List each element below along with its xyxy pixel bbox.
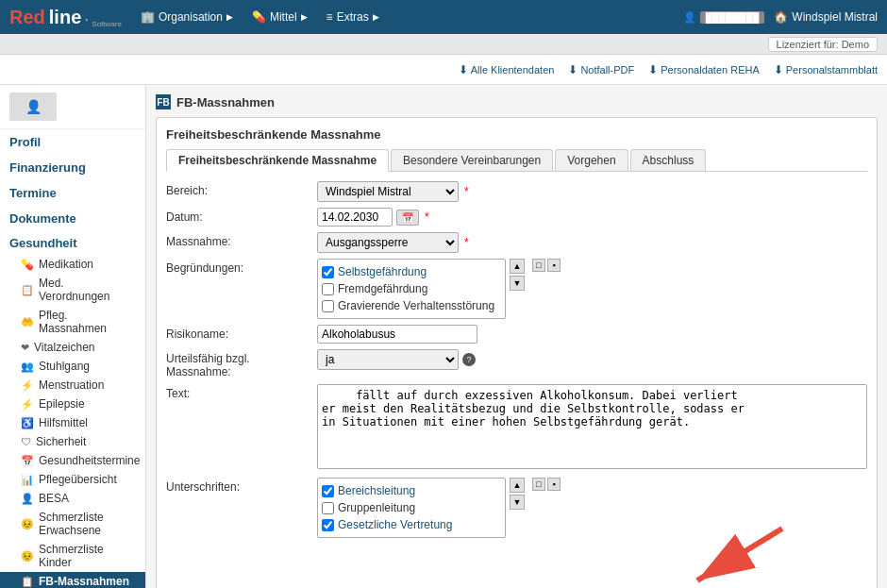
tab-bar: Freiheitsbeschränkende Massnahme Besonde… [166,149,867,172]
pflegeuebersicht-icon: 📊 [21,474,34,486]
begruendung-selbst-label[interactable]: Selbstgefährdung [338,265,427,278]
help-icon[interactable]: ? [462,353,476,366]
unterschrift-gruppenleitung-check[interactable] [322,502,334,514]
pfleg-massnahmen-icon: 🤲 [21,316,34,328]
sidebar-item-sicherheit[interactable]: 🛡 Sicherheit [0,432,145,451]
user-label: ████████ [700,11,765,24]
unterschrift-gesetzliche-vertretung-label[interactable]: Gesetzliche Vertretung [338,518,452,531]
unterschrift-gesetzliche-vertretung: Gesetzliche Vertretung [322,516,501,533]
action-personaldaten-reha[interactable]: ⬇ Personaldaten REHA [648,63,760,76]
sidebar-item-besa[interactable]: 👤 BESA [0,489,145,508]
sidebar-item-schmerzliste-kinder[interactable]: 😣 Schmerzliste Kinder [0,540,145,572]
unterschriften-expand[interactable]: □ [532,478,545,491]
sidebar: 👤 Profil Finanzierung Termine Dokumente … [0,85,146,588]
begruendung-selbst-check[interactable] [322,266,334,278]
massnahme-select-group: Ausgangssperre * [317,232,867,253]
bereich-control: Windspiel Mistral * [317,181,867,202]
tab-vorgehen[interactable]: Vorgehen [555,149,628,171]
sidebar-item-pflegeuebersicht[interactable]: 📊 Pflegeübersicht [0,470,145,489]
datum-required: * [425,210,429,224]
sidebar-avatar: 👤 [0,85,145,129]
text-textarea[interactable]: fällt auf durch exzessiven Alkoholkonsum… [317,384,867,469]
sidebar-item-gesundheit[interactable]: Gesundheit [0,231,145,255]
bereich-select[interactable]: Windspiel Mistral [317,181,459,202]
datum-input[interactable] [317,208,393,227]
sidebar-label-hilfsmittel: Hilfsmittel [39,416,88,429]
sidebar-item-finanzierung[interactable]: Finanzierung [0,155,145,180]
scroll-up-button[interactable]: ▲ [510,259,525,274]
tab-besondere-vereinbarungen[interactable]: Besondere Vereinbarungen [391,149,553,171]
calendar-button[interactable]: 📅 [396,210,419,226]
begruendung-fremd-label[interactable]: Fremdgefährdung [338,282,427,295]
begruendung-gravierende-check[interactable] [322,300,334,312]
logo-red: Red [9,7,45,28]
sidebar-label-sicherheit: Sicherheit [36,435,86,448]
mittel-icon: 💊 [252,10,266,24]
form-panel: Freiheitsbeschränkende Massnahme Freihei… [156,117,878,588]
sidebar-label-medikation: Medikation [39,258,93,271]
sidebar-item-gesundheitstermine[interactable]: 📅 Gesundheitstermine [0,451,145,470]
massnahme-required: * [464,236,469,249]
action-bar: ⬇ Alle Klientendaten ⬇ Notfall-PDF ⬇ Per… [0,55,887,85]
collapse-button[interactable]: ▪ [547,259,561,272]
urteilsfaehig-select[interactable]: ja nein [317,349,459,370]
sidebar-item-profil[interactable]: Profil [0,129,145,155]
nav-mittel[interactable]: 💊 Mittel ▶ [252,10,308,24]
action-alle-klientendaten[interactable]: ⬇ Alle Klientendaten [459,63,555,76]
tab-freiheitsbeschraenkende[interactable]: Freiheitsbeschränkende Massnahme [166,149,389,172]
app-logo: Redline. Software [9,7,122,28]
sidebar-item-stuhlgang[interactable]: 👥 Stuhlgang [0,357,145,376]
nav-windspiel[interactable]: 🏠 Windspiel Mistral [774,10,878,24]
massnahme-select[interactable]: Ausgangssperre [317,232,459,253]
license-badge: Lizenziert für: Demo [768,37,878,52]
begruendung-fremd-check[interactable] [322,283,334,295]
scroll-down-button[interactable]: ▼ [510,276,525,291]
risikoname-input[interactable] [317,325,477,344]
action-notfall-pdf[interactable]: ⬇ Notfall-PDF [568,63,634,76]
sidebar-item-termine[interactable]: Termine [0,180,145,206]
sidebar-item-hilfsmittel[interactable]: ♿ Hilfsmittel [0,413,145,432]
nav-extras[interactable]: ≡ Extras ▶ [326,10,379,24]
sidebar-item-dokumente[interactable]: Dokumente [0,206,145,231]
sidebar-item-schmerzliste-erwachsene[interactable]: 😣 Schmerzliste Erwachsene [0,508,145,540]
datum-control: 📅 * [317,208,867,227]
sidebar-label-vitalzeichen: Vitalzeichen [34,341,95,354]
nav-organisation-label: Organisation [159,10,223,24]
urteilsfaehig-control: ja nein ? [317,349,867,370]
content-area: FB FB-Massnahmen Freiheitsbeschränkende … [146,85,887,588]
unterschrift-gesetzliche-vertretung-check[interactable] [322,519,334,531]
sidebar-item-medikation[interactable]: 💊 Medikation [0,255,145,274]
unterschriften-scroll-up[interactable]: ▲ [510,478,525,493]
sidebar-item-epilepsie[interactable]: ⚡ Epilepsie [0,395,145,413]
download-icon-2: ⬇ [568,63,577,76]
unterschrift-bereichsleitung-check[interactable] [322,485,334,497]
unterschriften-collapse[interactable]: ▪ [547,478,561,491]
sidebar-label-menstruation: Menstruation [39,378,104,392]
sidebar-item-med-verordnungen[interactable]: 📋 Med. Verordnungen [0,274,145,306]
unterschrift-bereichsleitung-label[interactable]: Bereichsleitung [338,484,415,497]
expand-button[interactable]: □ [532,259,545,272]
schmerzliste-kinder-icon: 😣 [21,550,34,563]
section-header: FB FB-Massnahmen [156,94,878,109]
nav-windspiel-label: Windspiel Mistral [792,10,878,24]
text-label: Text: [166,384,317,400]
sidebar-item-menstruation[interactable]: ⚡ Menstruation [0,376,145,395]
datum-input-group: 📅 * [317,208,867,227]
bereich-required: * [464,185,469,198]
tab-abschluss[interactable]: Abschluss [630,149,707,171]
nav-organisation[interactable]: 🏢 Organisation ▶ [141,10,233,24]
text-control: fällt auf durch exzessiven Alkoholkonsum… [317,384,867,472]
download-icon-3: ⬇ [648,63,658,76]
sidebar-item-vitalzeichen[interactable]: ❤ Vitalzeichen [0,338,145,357]
sidebar-item-fb-massnahmen[interactable]: 📋 FB-Massnahmen [0,572,145,588]
begruendung-gravierende-label[interactable]: Gravierende Verhaltensstörung [338,299,494,312]
action-personalstammblatt[interactable]: ⬇ Personalstammblatt [774,63,878,76]
begruendungen-list: Selbstgefährdung Fremdgefährdung Gravier… [317,259,506,319]
nav-user[interactable]: 👤 ████████ [683,11,765,24]
sidebar-item-pfleg-massnahmen[interactable]: 🤲 Pfleg. Massnahmen [0,306,145,338]
unterschriften-scroll-down[interactable]: ▼ [510,495,525,510]
license-value: Demo [842,39,869,50]
user-icon: 👤 [683,11,696,24]
unterschrift-gruppenleitung-label[interactable]: Gruppenleitung [338,501,415,514]
unterschriften-control: Bereichsleitung Gruppenleitung Gesetzlic… [317,478,867,538]
